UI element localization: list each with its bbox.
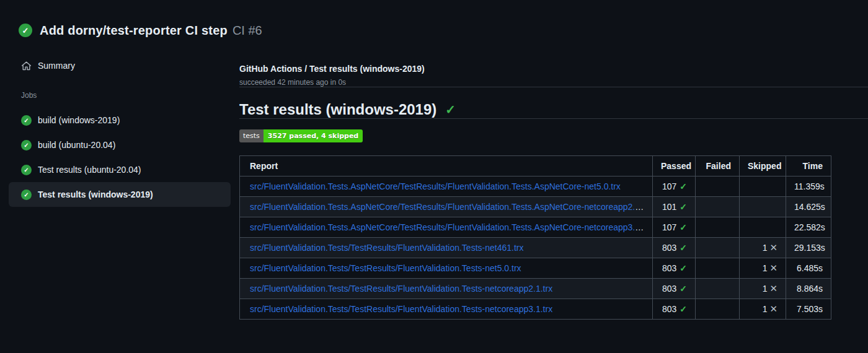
x-icon: ✕	[769, 242, 777, 253]
skipped-cell	[740, 197, 786, 217]
report-link[interactable]: src/FluentValidation.Tests/TestResults/F…	[250, 263, 521, 273]
home-icon	[21, 61, 32, 71]
time-cell: 11.359s	[786, 176, 831, 197]
sidebar-item-build-windows-2019[interactable]: ✓ build (windows-2019)	[9, 108, 231, 133]
sidebar-item-label: Test results (windows-2019)	[38, 190, 153, 199]
job-success-icon: ✓	[21, 115, 32, 126]
failed-cell	[696, 299, 740, 320]
failed-cell	[696, 238, 740, 258]
failed-cell	[696, 279, 740, 299]
skipped-cell	[740, 217, 786, 238]
x-icon: ✕	[769, 283, 777, 294]
sidebar-item-test-results-ubuntu-20-04[interactable]: ✓ Test results (ubuntu-20.04)	[9, 157, 231, 182]
report-cell: src/FluentValidation.Tests.AspNetCore/Te…	[240, 176, 653, 197]
column-header-passed: Passed	[653, 156, 696, 176]
time-cell: 8.864s	[786, 279, 831, 299]
sidebar: Summary Jobs ✓ build (windows-2019) ✓ bu…	[0, 43, 239, 207]
divider	[239, 87, 868, 87]
passed-cell: 803✓	[653, 238, 696, 258]
passed-count: 803	[662, 284, 676, 294]
report-link[interactable]: src/FluentValidation.Tests/TestResults/F…	[250, 284, 552, 294]
passed-cell: 107✓	[653, 217, 696, 238]
time-cell: 6.485s	[786, 258, 831, 279]
time-cell: 22.582s	[786, 217, 831, 238]
passed-count: 803	[662, 243, 676, 253]
passed-cell: 803✓	[653, 258, 696, 279]
table-row: src/FluentValidation.Tests/TestResults/F…	[240, 299, 831, 320]
sidebar-item-label: Summary	[38, 61, 75, 71]
badge-label: tests	[239, 129, 264, 142]
job-success-icon: ✓	[21, 140, 32, 150]
check-icon: ✓	[680, 243, 687, 253]
sidebar-item-label: build (windows-2019)	[38, 115, 120, 125]
skipped-count: 1	[763, 304, 768, 314]
report-cell: src/FluentValidation.Tests/TestResults/F…	[240, 279, 653, 299]
sidebar-item-test-results-windows-2019[interactable]: ✓ Test results (windows-2019)	[9, 182, 231, 207]
job-success-icon: ✓	[21, 165, 32, 175]
time-cell: 29.153s	[786, 238, 831, 258]
report-cell: src/FluentValidation.Tests/TestResults/F…	[240, 299, 653, 320]
check-icon: ✓	[680, 202, 687, 212]
passed-count: 107	[662, 181, 676, 191]
table-row: src/FluentValidation.Tests/TestResults/F…	[240, 279, 831, 299]
divider	[239, 118, 868, 119]
passed-count: 101	[662, 202, 676, 212]
skipped-count: 1	[763, 263, 768, 273]
main-panel: GitHub Actions / Test results (windows-2…	[239, 43, 868, 320]
badge-value: 3527 passed, 4 skipped	[264, 129, 363, 142]
failed-cell	[696, 176, 740, 197]
time-cell: 7.503s	[786, 299, 831, 320]
report-link[interactable]: src/FluentValidation.Tests/TestResults/F…	[250, 243, 523, 253]
report-link[interactable]: src/FluentValidation.Tests.AspNetCore/Te…	[250, 202, 652, 212]
table-row: src/FluentValidation.Tests.AspNetCore/Te…	[240, 176, 831, 197]
report-link[interactable]: src/FluentValidation.Tests/TestResults/F…	[250, 304, 552, 314]
report-link[interactable]: src/FluentValidation.Tests.AspNetCore/Te…	[250, 222, 652, 232]
sidebar-item-summary[interactable]: Summary	[9, 53, 231, 78]
skipped-cell: 1✕	[740, 238, 786, 258]
column-header-report: Report	[240, 156, 653, 176]
passed-cell: 803✓	[653, 299, 696, 320]
sidebar-item-label: Test results (ubuntu-20.04)	[38, 165, 141, 175]
passed-cell: 803✓	[653, 279, 696, 299]
report-cell: src/FluentValidation.Tests.AspNetCore/Te…	[240, 197, 653, 217]
report-cell: src/FluentValidation.Tests/TestResults/F…	[240, 258, 653, 279]
run-title: Add dorny/test-reporter CI step	[40, 24, 228, 38]
passed-count: 803	[662, 304, 676, 314]
check-run-status-line: succeeded 42 minutes ago in 0s	[239, 78, 868, 87]
table-row: src/FluentValidation.Tests/TestResults/F…	[240, 238, 831, 258]
failed-cell	[696, 217, 740, 238]
column-header-failed: Failed	[696, 156, 740, 176]
skipped-cell	[740, 176, 786, 197]
skipped-count: 1	[763, 284, 768, 294]
report-cell: src/FluentValidation.Tests/TestResults/F…	[240, 238, 653, 258]
sidebar-item-build-ubuntu-20-04[interactable]: ✓ build (ubuntu-20.04)	[9, 133, 231, 157]
test-results-table: Report Passed Failed Skipped Time src/Fl…	[239, 155, 831, 320]
table-row: src/FluentValidation.Tests.AspNetCore/Te…	[240, 197, 831, 217]
report-cell: src/FluentValidation.Tests.AspNetCore/Te…	[240, 217, 653, 238]
passed-count: 803	[662, 263, 676, 273]
skipped-cell: 1✕	[740, 258, 786, 279]
passed-cell: 107✓	[653, 176, 696, 197]
check-icon: ✓	[680, 263, 687, 273]
x-icon: ✕	[769, 263, 777, 273]
table-row: src/FluentValidation.Tests.AspNetCore/Te…	[240, 217, 831, 238]
tests-badge: tests 3527 passed, 4 skipped	[239, 129, 363, 142]
success-check-circle-icon: ✓	[19, 24, 32, 37]
sidebar-item-label: build (ubuntu-20.04)	[38, 140, 115, 150]
check-icon: ✓	[680, 284, 687, 294]
column-header-skipped: Skipped	[740, 156, 786, 176]
failed-cell	[696, 197, 740, 217]
column-header-time: Time	[786, 156, 831, 176]
job-success-icon: ✓	[21, 190, 32, 200]
skipped-cell: 1✕	[740, 279, 786, 299]
check-icon: ✓	[680, 181, 687, 191]
table-header-row: Report Passed Failed Skipped Time	[240, 156, 831, 176]
run-number: CI #6	[232, 24, 262, 38]
report-link[interactable]: src/FluentValidation.Tests.AspNetCore/Te…	[250, 181, 621, 191]
passed-count: 107	[662, 222, 676, 232]
table-row: src/FluentValidation.Tests/TestResults/F…	[240, 258, 831, 279]
failed-cell	[696, 258, 740, 279]
time-cell: 14.625s	[786, 197, 831, 217]
passed-cell: 101✓	[653, 197, 696, 217]
jobs-section-label: Jobs	[9, 83, 231, 108]
